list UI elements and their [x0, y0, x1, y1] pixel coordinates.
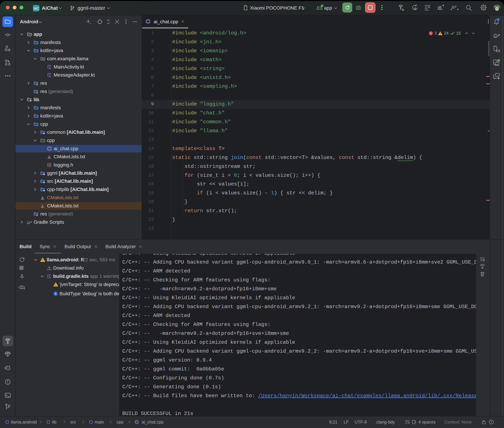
svg-text:A: A: [414, 7, 416, 10]
